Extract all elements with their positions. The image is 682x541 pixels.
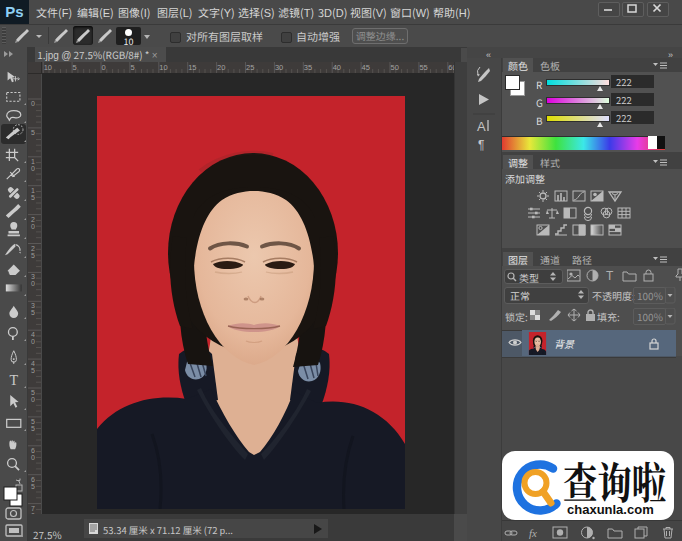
svg-text:0: 0 [31, 280, 35, 287]
svg-text:25: 25 [246, 63, 254, 72]
svg-text:A: A [477, 119, 486, 134]
svg-text:50: 50 [391, 63, 399, 72]
svg-text:5: 5 [130, 63, 134, 72]
svg-text:0: 0 [102, 63, 106, 72]
svg-text:1: 1 [31, 187, 35, 194]
svg-text:0: 0 [31, 396, 35, 403]
svg-text:0: 0 [31, 338, 35, 345]
svg-text:0: 0 [31, 100, 35, 107]
svg-text:¶: ¶ [478, 138, 484, 152]
svg-text:T: T [9, 372, 18, 388]
svg-text:5: 5 [31, 194, 35, 201]
svg-text:10: 10 [44, 63, 52, 72]
svg-text:0: 0 [31, 165, 35, 172]
svg-text:5: 5 [31, 252, 35, 259]
svg-text:3: 3 [31, 273, 35, 280]
svg-text:5: 5 [31, 425, 35, 432]
svg-text:35: 35 [304, 63, 312, 72]
svg-text:5: 5 [31, 309, 35, 316]
svg-text:2: 2 [31, 245, 35, 252]
svg-text:5: 5 [31, 389, 35, 396]
svg-text:5: 5 [31, 418, 35, 425]
svg-text:4: 4 [31, 360, 35, 367]
svg-text:4: 4 [31, 331, 35, 338]
svg-text:20: 20 [217, 63, 225, 72]
svg-text:7: 7 [31, 505, 35, 512]
svg-text:5: 5 [31, 367, 35, 374]
svg-text:6: 6 [31, 447, 35, 454]
svg-text:T: T [606, 269, 614, 283]
svg-text:6: 6 [31, 476, 35, 483]
svg-text:30: 30 [275, 63, 283, 72]
svg-text:0: 0 [31, 223, 35, 230]
svg-text:5: 5 [31, 129, 35, 136]
svg-text:5: 5 [31, 483, 35, 490]
svg-text:5: 5 [73, 63, 77, 72]
svg-text:10: 10 [159, 63, 167, 72]
svg-text:1: 1 [31, 158, 35, 165]
svg-text:45: 45 [362, 63, 370, 72]
svg-text:2: 2 [31, 216, 35, 223]
svg-text:0: 0 [31, 454, 35, 461]
svg-text:55: 55 [419, 63, 427, 72]
svg-text:15: 15 [188, 63, 196, 72]
svg-text:fx: fx [529, 527, 537, 539]
svg-text:3: 3 [31, 302, 35, 309]
svg-text:40: 40 [333, 63, 341, 72]
